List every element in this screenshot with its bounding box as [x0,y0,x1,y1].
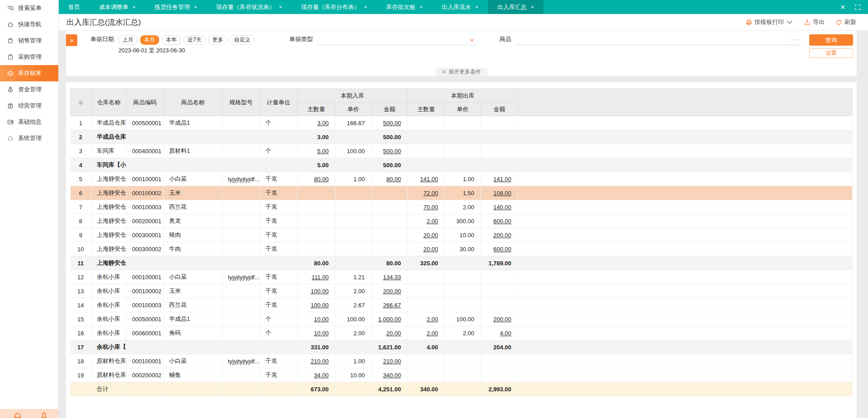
expand-more-conditions[interactable]: 展开更多条件 [435,68,487,76]
sidebar-item-2[interactable]: 快捷导航 [0,16,58,33]
tab-5[interactable]: 现存量（库存分布表）× [292,0,377,14]
cell-value-link[interactable]: 20.00 [423,246,438,253]
product-input[interactable]: ··· [516,35,801,45]
cell-value-link[interactable]: 266.67 [383,302,401,309]
table-row[interactable]: 16余杭小库000600001角码个10.002.0020.002.002.00… [71,326,853,340]
total-row[interactable]: 合计673.004,251.00340.002,993.00 [71,382,853,396]
date-option-1[interactable]: 上月 [118,35,137,45]
sidebar-item-9[interactable]: 系统管理 [0,130,58,146]
sidebar-item-4[interactable]: 采购管理 [0,49,58,65]
tab-8[interactable]: 出入库汇总× [488,0,543,14]
cell-value-link[interactable]: 210.00 [383,358,401,365]
table-row[interactable]: 11上海静安仓...80.0080.00325.001,789.00 [71,256,853,270]
table-row[interactable]: 18原材料仓库000100001小白菜tyjyjtyjtyjdf...千克210… [71,354,853,368]
cell-value-link[interactable]: 2.00 [427,316,438,323]
cell-value-link[interactable]: 1,000.00 [378,316,401,323]
cell-value-link[interactable]: 80.00 [386,176,401,183]
table-row[interactable]: 6上海静安仓000100002玉米千克72.001.50108.00 [71,186,853,200]
tab-close-icon[interactable]: × [531,4,534,10]
cell-value-link[interactable]: 4.00 [500,330,511,337]
col-out-amount[interactable]: 金额 [481,103,518,116]
col-product-name[interactable]: 商品名称 [164,89,222,116]
bell-icon[interactable] [13,411,23,418]
cell-value-link[interactable]: 500.00 [383,148,401,155]
cell-value-link[interactable]: 100.00 [311,288,329,295]
table-row[interactable]: 15余杭小库000500001半成品1个10.00100.001,000.002… [71,312,853,326]
export-button[interactable]: 导出 [804,18,825,26]
cell-value-link[interactable]: 140.00 [493,204,511,211]
cell-value-link[interactable]: 34.00 [314,372,329,379]
date-option-6[interactable]: 自定义 [230,35,255,45]
table-row[interactable]: 10上海静安仓000300002牛肉千克20.0030.00600.00 [71,242,853,256]
sidebar-item-1[interactable]: 搜索菜单 [0,0,58,16]
table-row[interactable]: 3车间库000400001原材料1个5.00100.00500.00 [71,144,853,158]
tab-close-icon[interactable]: × [475,4,478,10]
table-row[interactable]: 14余杭小库000100003西兰花千克100.002.67266.67 [71,298,853,312]
tab-7[interactable]: 出入库流水× [432,0,488,14]
tab-close-icon[interactable]: × [279,4,282,10]
tab-3[interactable]: 拣货任务管理× [145,0,207,14]
doc-type-select[interactable] [317,35,476,45]
tab-close-icon[interactable]: × [420,4,423,10]
fullscreen-icon[interactable] [854,4,861,10]
table-row[interactable]: 7上海静安仓000100003西兰花千克70.002.00140.00 [71,200,853,214]
sidebar-item-8[interactable]: 基础信息 [0,114,58,130]
sidebar-item-7[interactable]: 经营管理 [0,98,58,114]
collapse-filter-button[interactable]: » [66,34,77,46]
query-button[interactable]: 查询 [809,34,853,46]
table-row[interactable]: 8上海静安仓000200001奥龙千克2.00300.00600.00 [71,214,853,228]
refresh-button[interactable]: 刷新 [835,18,856,26]
cell-value-link[interactable]: 134.33 [383,274,401,281]
cell-value-link[interactable]: 340.00 [383,372,401,379]
ellipsis-picker-icon[interactable]: ··· [791,36,799,43]
table-row[interactable]: 2半成品仓库...3.00500.00 [71,130,853,144]
column-settings-icon[interactable] [71,89,91,116]
tab-4[interactable]: 现存量（库存状况表）× [207,0,292,14]
cell-value-link[interactable]: 200.00 [383,288,401,295]
tab-close-icon[interactable]: × [132,4,136,10]
col-in-amount[interactable]: 金额 [372,103,408,116]
date-option-5[interactable]: 更多 [208,35,227,45]
table-row[interactable]: 12余杭小库000100001小白菜tyjyjtyjtyjdf...千克111.… [71,270,853,284]
date-option-2[interactable]: 本月 [140,35,159,45]
col-in-price[interactable]: 单价 [335,103,372,116]
cell-value-link[interactable]: 20.00 [423,232,438,239]
rocket-icon[interactable] [39,411,49,418]
date-option-3[interactable]: 本年 [162,35,181,45]
cell-value-link[interactable]: 2.00 [427,330,438,337]
tab-close-icon[interactable]: × [194,4,197,10]
tab-6[interactable]: 库存批次账× [377,0,432,14]
table-row[interactable]: 19原材料仓库000200002鳗鱼千克34.0010.00340.00 [71,368,853,382]
cell-value-link[interactable]: 500.00 [383,120,401,127]
cell-value-link[interactable]: 111.00 [311,274,329,281]
col-in-qty[interactable]: 主数量 [297,103,335,116]
tab-2[interactable]: 成本调整单× [90,0,145,14]
table-row[interactable]: 13余杭小库000100002玉米千克100.002.00200.00 [71,284,853,298]
table-row[interactable]: 9上海静安仓000300001猪肉千克20.0010.00200.00 [71,228,853,242]
sidebar-item-3[interactable]: 销售管理 [0,33,58,49]
table-row[interactable]: 1半成品仓库000500001半成品1个3.00166.67500.00 [71,116,853,130]
cell-value-link[interactable]: 20.00 [386,330,401,337]
cell-value-link[interactable]: 10.00 [314,330,329,337]
table-row[interactable]: 5上海静安仓000100001小白菜tyjyjtyjtyjdf...千克80.0… [71,172,853,186]
tab-1[interactable]: 首页 [59,0,90,14]
cell-value-link[interactable]: 200.00 [493,316,511,323]
col-unit[interactable]: 计量单位 [260,89,297,116]
sidebar-item-6[interactable]: 资金管理 [0,81,58,98]
print-by-template-button[interactable]: 按模板打印 [745,18,793,26]
cell-value-link[interactable]: 72.00 [423,190,438,197]
cell-value-link[interactable]: 80.00 [314,176,329,183]
cell-value-link[interactable]: 600.00 [493,218,511,225]
cell-value-link[interactable]: 10.00 [314,316,329,323]
sidebar-item-5[interactable]: 库存核算 [0,65,58,81]
col-product-code[interactable]: 商品编码 [127,89,164,116]
settings-button[interactable]: 设置 [809,48,853,58]
tab-close-icon[interactable]: × [364,4,367,10]
date-option-4[interactable]: 近7天 [184,35,206,45]
cell-value-link[interactable]: 141.00 [420,176,438,183]
col-spec[interactable]: 规格型号 [222,89,260,116]
cell-value-link[interactable]: 5.00 [317,148,329,155]
cell-value-link[interactable]: 70.00 [423,204,438,211]
close-icon[interactable]: ✕ [840,4,845,11]
cell-value-link[interactable]: 200.00 [493,232,511,239]
